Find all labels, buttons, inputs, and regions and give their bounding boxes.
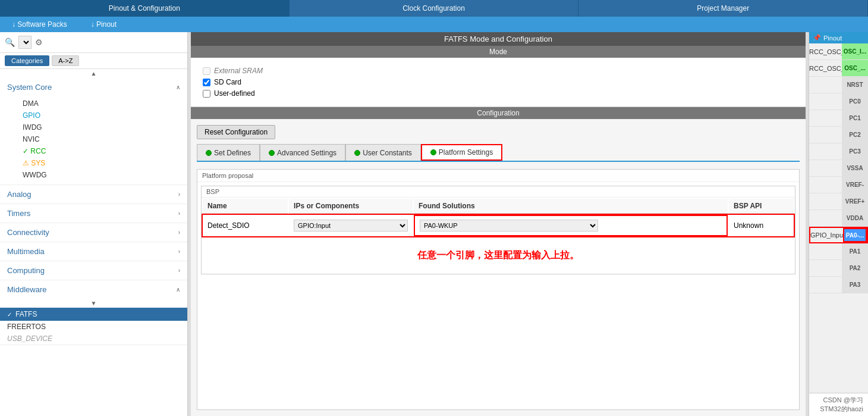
pin-box-pa2[interactable]: PA2 — [842, 260, 868, 276]
section-header-middleware[interactable]: Middleware ∧ — [0, 280, 187, 299]
annotation-text: 任意一个引脚，这里配置为输入上拉。 — [202, 237, 795, 274]
tab-advanced-dot — [269, 150, 275, 156]
right-panel: 📌 Pinout RCC_OSC_IN OSC_I... RCC_OSC_OUT… — [809, 32, 868, 416]
mode-section: Mode External SRAM SD Card User-defined — [191, 46, 806, 107]
pin-box-pa0[interactable]: PA0-... — [843, 228, 867, 242]
bsp-table: Name IPs or Components Found Solutions B… — [202, 198, 795, 237]
section-timers: Timers › — [0, 204, 187, 223]
sidebar-item-gpio[interactable]: GPIO — [18, 110, 187, 121]
tab-set-defines-dot — [206, 150, 212, 156]
nav-clock[interactable]: Clock Configuration — [290, 0, 579, 17]
checkbox-sd-card[interactable] — [203, 79, 210, 86]
pin-box-nrst[interactable]: NRST — [842, 77, 868, 93]
sidebar-item-rcc[interactable]: RCC — [18, 145, 187, 157]
system-core-items: DMA GPIO IWDG NVIC RCC SYS WWDG — [0, 96, 187, 184]
section-analog: Analog › — [0, 185, 187, 204]
middleware-freertos-item[interactable]: FREERTOS — [0, 321, 187, 333]
pin-box-pc2[interactable]: PC2 — [842, 127, 868, 143]
panel-title: FATFS Mode and Configuration — [191, 32, 806, 46]
pinout-icon: 📌 — [813, 34, 821, 42]
config-header: Configuration — [191, 107, 806, 119]
tab-platform-settings[interactable]: Platform Settings — [421, 144, 502, 161]
section-connectivity: Connectivity › — [0, 223, 187, 242]
external-sram-label: External SRAM — [214, 67, 263, 75]
col-name: Name — [203, 199, 288, 214]
col-solutions: Found Solutions — [414, 199, 728, 214]
mode-header: Mode — [191, 46, 806, 58]
section-header-system-core[interactable]: System Core ∧ — [0, 78, 187, 96]
tab-row: Categories A->Z — [0, 53, 187, 69]
section-header-analog[interactable]: Analog › — [0, 185, 187, 204]
bsp-cell-solution: PA0-WKUP — [414, 215, 728, 236]
pin-row-rcc-osc-out: RCC_OSC_OUT OSC_... — [809, 60, 868, 77]
section-middleware: Middleware ∧ ▼ ✓ FATFS FREERTOS USB_DEVI… — [0, 280, 187, 345]
gear-icon[interactable]: ⚙ — [35, 37, 43, 47]
tab-az[interactable]: A->Z — [52, 55, 79, 66]
scroll-up-arrow[interactable]: ▲ — [0, 69, 187, 78]
middleware-fatfs-item[interactable]: ✓ FATFS — [0, 308, 187, 321]
tab-categories[interactable]: Categories — [5, 55, 49, 66]
center-panel: FATFS Mode and Configuration Mode Extern… — [191, 32, 806, 416]
pin-box-vssa[interactable]: VSSA — [842, 160, 868, 176]
solution-select[interactable]: PA0-WKUP — [420, 220, 598, 232]
sidebar-item-dma[interactable]: DMA — [18, 98, 187, 110]
left-panel: 🔍 ⚙ Categories A->Z ▲ System Core ∧ DMA … — [0, 32, 188, 416]
pin-box-pc0[interactable]: PC0 — [842, 93, 868, 110]
pin-box-pa1[interactable]: PA1 — [842, 243, 868, 259]
section-multimedia: Multimedia › — [0, 242, 187, 261]
bsp-cell-component: GPIO:Input — [289, 215, 413, 236]
pin-box-vref-minus[interactable]: VREF- — [842, 177, 868, 193]
section-header-computing[interactable]: Computing › — [0, 261, 187, 280]
pin-box-vref-plus[interactable]: VREF+ — [842, 193, 868, 209]
sub-nav: ↓ Software Packs ↓ Pinout — [0, 17, 868, 32]
gpio-input-select[interactable]: GPIO:Input — [294, 220, 408, 232]
pin-box-pc1[interactable]: PC1 — [842, 110, 868, 126]
nav-pinout[interactable]: Pinout & Configuration — [0, 0, 290, 17]
sd-card-label: SD Card — [214, 78, 241, 86]
bsp-section: BSP Name IPs or Components Found Solutio… — [201, 186, 795, 274]
pin-box-pa3[interactable]: PA3 — [842, 277, 868, 293]
sidebar-item-iwdg[interactable]: IWDG — [18, 121, 187, 133]
nav-project[interactable]: Project Manager — [578, 0, 868, 17]
pin-label-pa0-gpio: GPIO_Input — [810, 232, 843, 239]
expand-system-core-icon: ∧ — [176, 84, 180, 90]
bsp-header: BSP — [202, 186, 795, 198]
middleware-usb-device-item: USB_DEVICE — [0, 333, 187, 345]
bottom-bar: CSDN @学习STM32的haozi — [809, 393, 868, 416]
tab-user-constants-dot — [354, 150, 360, 156]
pin-box-osc-in[interactable]: OSC_I... — [842, 43, 868, 60]
tab-user-constants[interactable]: User Constants — [345, 144, 421, 161]
expand-middleware-icon: ∧ — [176, 286, 180, 293]
tab-advanced-settings[interactable]: Advanced Settings — [260, 144, 345, 161]
subnav-software-packs[interactable]: ↓ Software Packs — [0, 20, 79, 29]
pin-box-vdda[interactable]: VDDA — [842, 210, 868, 226]
section-header-multimedia[interactable]: Multimedia › — [0, 242, 187, 261]
pin-label-rcc-osc-in: RCC_OSC_IN — [809, 48, 842, 55]
pin-box-osc-out[interactable]: OSC_... — [842, 60, 868, 76]
tab-platform-dot — [430, 149, 436, 155]
pin-row-pa2: PA2 — [809, 260, 868, 277]
section-header-timers[interactable]: Timers › — [0, 204, 187, 223]
pin-row-pc1: PC1 — [809, 110, 868, 127]
pin-row-pc0: PC0 — [809, 93, 868, 110]
pin-row-pa0: GPIO_Input PA0-... — [809, 227, 868, 243]
pin-box-pc3[interactable]: PC3 — [842, 143, 868, 159]
sidebar-item-wwdg[interactable]: WWDG — [18, 169, 187, 181]
search-bar: 🔍 ⚙ — [0, 32, 187, 53]
section-header-connectivity[interactable]: Connectivity › — [0, 223, 187, 242]
reset-config-button[interactable]: Reset Configuration — [197, 125, 275, 139]
right-panel-header: 📌 Pinout — [809, 32, 868, 43]
sidebar-item-nvic[interactable]: NVIC — [18, 133, 187, 145]
checkbox-user-defined[interactable] — [203, 90, 210, 98]
subnav-pinout[interactable]: ↓ Pinout — [79, 20, 128, 29]
search-dropdown[interactable] — [18, 36, 32, 49]
config-section: Configuration Reset Configuration Set De… — [191, 107, 806, 416]
config-tabs-row: Set Defines Advanced Settings User Const… — [197, 144, 800, 162]
pin-row-nrst: NRST — [809, 77, 868, 93]
checkbox-external-sram[interactable] — [203, 67, 210, 75]
scroll-down-arrow[interactable]: ▼ — [0, 299, 187, 308]
sidebar-item-sys[interactable]: SYS — [18, 157, 187, 169]
sidebar-content: ▲ System Core ∧ DMA GPIO IWDG NVIC RCC S… — [0, 69, 187, 416]
tab-set-defines[interactable]: Set Defines — [197, 144, 260, 161]
pin-row-vssa: VSSA — [809, 160, 868, 177]
